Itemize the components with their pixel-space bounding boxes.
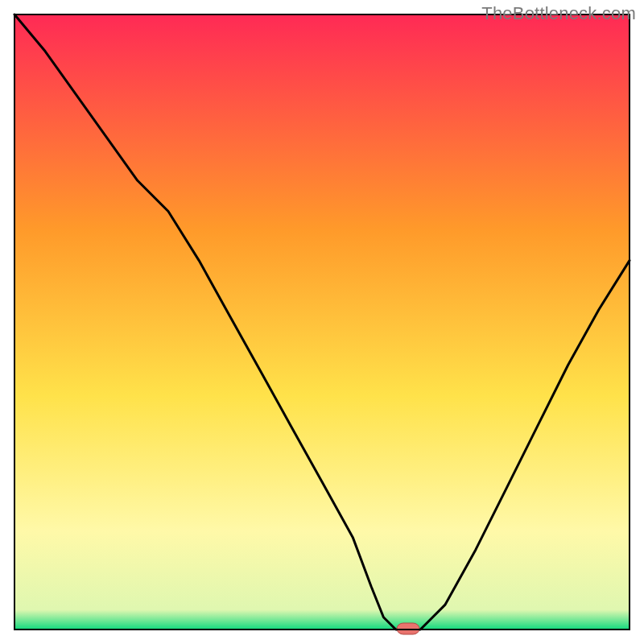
watermark-label: TheBottleneck.com [481,3,636,24]
plot-background [14,14,630,630]
chart-svg [0,0,644,644]
bottleneck-chart: TheBottleneck.com [0,0,644,644]
